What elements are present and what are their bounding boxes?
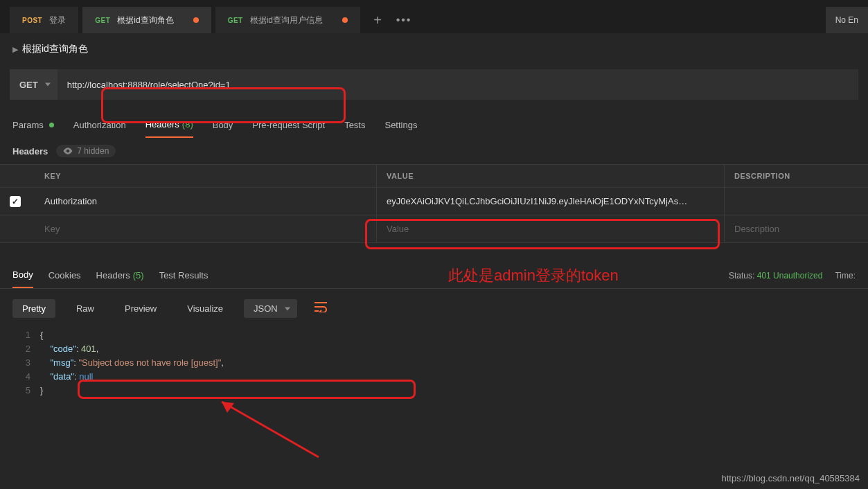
response-body[interactable]: 1{ 2 "code": 401, 3 "msg": "Subject does… xyxy=(0,328,868,410)
header-desc-placeholder[interactable]: Description xyxy=(725,215,868,242)
tab-body[interactable]: Body xyxy=(213,113,233,137)
tab-overflow-button[interactable]: ••• xyxy=(391,7,417,33)
breadcrumb: ▶ 根据id查询角色 xyxy=(0,33,868,65)
view-pretty-button[interactable]: Pretty xyxy=(12,299,55,318)
indicator-dot-icon xyxy=(49,123,54,127)
line-number: 1 xyxy=(12,328,40,342)
method-badge: GET xyxy=(95,17,110,24)
response-tabs: Body Cookies Headers (5) Test Results St… xyxy=(0,263,868,289)
header-desc-cell[interactable] xyxy=(725,188,868,215)
wrap-icon-svg xyxy=(314,301,328,312)
tab-params[interactable]: Params xyxy=(12,113,54,137)
toggle-hidden-headers[interactable]: 7 hidden xyxy=(56,145,116,157)
th-description: DESCRIPTION xyxy=(725,165,868,187)
view-raw-button[interactable]: Raw xyxy=(67,299,104,318)
svg-line-0 xyxy=(222,402,319,457)
table-row-new[interactable]: Key Value Description xyxy=(0,215,868,243)
table-row[interactable]: ✓ Authorization eyJ0eXAiOiJKV1QiLCJhbGci… xyxy=(0,188,868,215)
tab-prerequest[interactable]: Pre-request Script xyxy=(252,113,325,137)
line-number: 4 xyxy=(12,370,40,384)
line-number: 5 xyxy=(12,384,40,398)
eye-icon xyxy=(63,148,73,154)
tab-headers[interactable]: Headers (8) xyxy=(145,112,193,138)
tab-select-role[interactable]: GET 根据id查询角色 xyxy=(82,7,211,33)
tab-label: 根据id查询用户信息 xyxy=(250,15,323,26)
url-input[interactable] xyxy=(67,80,849,90)
checkbox-checked-icon[interactable]: ✓ xyxy=(10,196,21,207)
response-meta: Status: 401 Unauthorized Time: xyxy=(729,271,856,281)
view-visualize-button[interactable]: Visualize xyxy=(177,299,233,318)
watermark: https://blog.csdn.net/qq_40585384 xyxy=(722,473,860,483)
header-value-cell[interactable]: eyJ0eXAiOiJKV1QiLCJhbGciOiJIUzI1NiJ9.eyJ… xyxy=(377,188,725,215)
resp-tab-testresults[interactable]: Test Results xyxy=(159,263,209,287)
url-bar: GET xyxy=(10,69,858,100)
th-value: VALUE xyxy=(377,165,725,187)
resp-tab-cookies[interactable]: Cookies xyxy=(48,263,81,287)
unsaved-dot-icon xyxy=(193,17,199,23)
request-subtabs: Params Authorization Headers (8) Body Pr… xyxy=(0,112,868,138)
response-toolbar: Pretty Raw Preview Visualize JSON xyxy=(0,289,868,328)
th-checkbox xyxy=(0,165,35,187)
header-key-placeholder[interactable]: Key xyxy=(35,215,377,242)
breadcrumb-title: 根据id查询角色 xyxy=(22,43,88,55)
row-checkbox-cell[interactable]: ✓ xyxy=(0,188,35,215)
method-select[interactable]: GET xyxy=(10,69,57,100)
method-badge: GET xyxy=(228,17,243,24)
format-select[interactable]: JSON xyxy=(244,299,297,318)
header-key-cell[interactable]: Authorization xyxy=(35,188,377,215)
url-input-wrap xyxy=(57,69,858,100)
tab-authorization[interactable]: Authorization xyxy=(73,113,126,137)
request-tabs-bar: POST 登录 GET 根据id查询角色 GET 根据id查询用户信息 + ••… xyxy=(0,0,868,33)
tab-label: 登录 xyxy=(49,15,66,26)
view-preview-button[interactable]: Preview xyxy=(115,299,166,318)
tab-login[interactable]: POST 登录 xyxy=(10,7,78,33)
environment-selector[interactable]: No En xyxy=(826,7,868,33)
unsaved-dot-icon xyxy=(342,17,348,23)
headers-label: Headers xyxy=(12,146,48,157)
tab-label: 根据id查询角色 xyxy=(117,15,173,26)
headers-table: KEY VALUE DESCRIPTION ✓ Authorization ey… xyxy=(0,164,868,243)
new-tab-button[interactable]: + xyxy=(364,7,391,33)
method-badge: POST xyxy=(22,17,42,24)
tab-tests[interactable]: Tests xyxy=(344,113,365,137)
status-code: 401 Unauthorized xyxy=(757,271,823,281)
tab-settings[interactable]: Settings xyxy=(384,113,417,137)
th-key: KEY xyxy=(35,165,377,187)
resp-tab-body[interactable]: Body xyxy=(12,263,33,288)
resp-tab-headers[interactable]: Headers (5) xyxy=(96,263,144,287)
chevron-right-icon: ▶ xyxy=(12,45,18,54)
header-value-placeholder[interactable]: Value xyxy=(377,215,725,242)
row-checkbox-cell xyxy=(0,215,35,242)
headers-sub-bar: Headers 7 hidden xyxy=(0,138,868,164)
line-number: 2 xyxy=(12,342,40,356)
line-number: 3 xyxy=(12,356,40,370)
tab-select-user[interactable]: GET 根据id查询用户信息 xyxy=(215,7,360,33)
wrap-lines-icon[interactable] xyxy=(308,299,333,319)
table-header-row: KEY VALUE DESCRIPTION xyxy=(0,165,868,188)
